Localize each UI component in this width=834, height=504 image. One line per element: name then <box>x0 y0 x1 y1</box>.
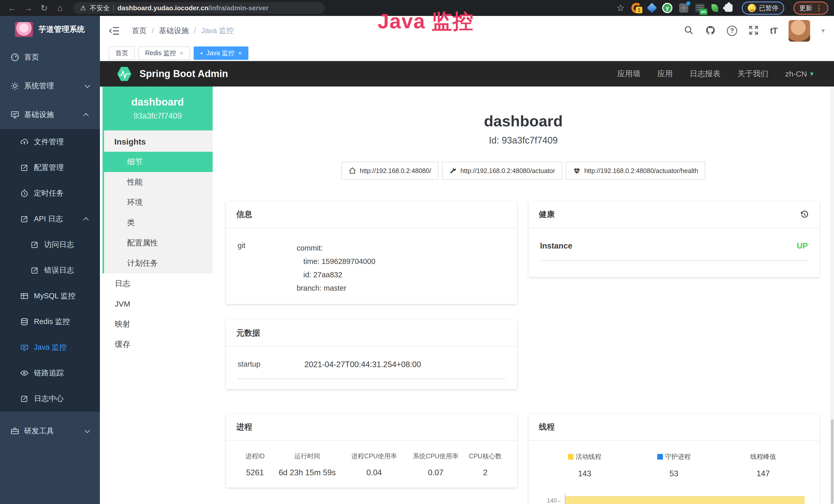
page-title: dashboard <box>213 112 834 130</box>
collapse-sidebar-icon[interactable] <box>109 26 120 36</box>
sba-menu-details[interactable]: 细节 <box>103 152 213 172</box>
help-icon[interactable]: ? <box>727 26 737 36</box>
home-icon <box>349 167 356 175</box>
sidebar-item-mysql[interactable]: MySQL 监控 <box>0 283 100 309</box>
sba-nav-wallboard[interactable]: 应用墙 <box>617 69 640 79</box>
eye-icon <box>20 369 29 377</box>
sidebar-item-home[interactable]: 首页 <box>0 43 100 72</box>
bookmark-star-icon[interactable]: ☆ <box>616 3 625 13</box>
edit-icon <box>20 215 29 223</box>
home-icon[interactable]: ⌂ <box>53 3 67 13</box>
sidebar-item-label: 首页 <box>24 52 39 62</box>
paused-pill[interactable]: 已暂停 <box>742 2 784 15</box>
sba-menu-jvm[interactable]: JVM <box>103 294 213 314</box>
sidebar-item-java-monitor[interactable]: Java 监控 <box>0 335 100 360</box>
process-col-header: 运行时间 <box>272 452 342 460</box>
sidebar-item-api-log[interactable]: API 日志 <box>0 206 100 232</box>
extension-grid-icon[interactable] <box>679 3 688 13</box>
gauge-icon <box>10 53 20 62</box>
tab-bar: 首页 Redis 监控 × ● Java 监控 × <box>100 45 834 61</box>
breadcrumb-infra[interactable]: 基础设施 <box>159 26 189 36</box>
sidebar-item-redis[interactable]: Redis 监控 <box>0 309 100 335</box>
cloud-upload-icon <box>20 138 29 146</box>
github-icon[interactable] <box>705 25 716 37</box>
app-logo <box>15 22 33 37</box>
metadata-card: 元数据 startup 2021-04-27T00:44:31.254+08:0… <box>226 320 517 389</box>
legend-swatch-yellow <box>568 454 574 460</box>
sba-menu-scheduled-tasks[interactable]: 计划任务 <box>103 253 213 273</box>
health-row-instance: Instance UP <box>540 241 808 261</box>
threads-card-title: 线程 <box>529 414 820 441</box>
actuator-url-link[interactable]: http://192.168.0.2:48080/actuator <box>442 162 562 180</box>
sba-menu-environment[interactable]: 环境 <box>103 192 213 212</box>
breadcrumb: 首页 / 基础设施 / Java 监控 <box>132 26 234 36</box>
avatar-caret-icon[interactable]: ▾ <box>821 27 825 35</box>
close-icon[interactable]: × <box>238 49 242 57</box>
legend-live-threads[interactable]: 活动线程 <box>540 452 630 461</box>
process-table: 进程ID5261 运行时间6d 23h 15m 59s 进程CPU使用率0.04… <box>238 452 505 477</box>
sidebar-item-access-log[interactable]: 访问日志 <box>0 232 100 257</box>
sba-menu-metrics[interactable]: 性能 <box>103 172 213 192</box>
scrollbar-thumb[interactable] <box>831 419 833 504</box>
sba-nav-about[interactable]: 关于我们 <box>738 69 768 79</box>
sba-menu-caches[interactable]: 缓存 <box>103 334 213 354</box>
history-icon <box>20 189 29 198</box>
sba-locale-select[interactable]: zh-CN ▾ <box>785 70 813 78</box>
scrollbar[interactable] <box>830 87 834 504</box>
sidebar-item-files[interactable]: 文件管理 <box>0 129 100 155</box>
sba-brand[interactable]: Spring Boot Admin <box>139 68 228 79</box>
sba-nav-applications[interactable]: 应用 <box>657 69 673 79</box>
sidebar-item-config[interactable]: 配置管理 <box>0 155 100 181</box>
briefcase-icon <box>10 427 20 436</box>
legend-daemon-threads[interactable]: 守护进程 <box>629 452 719 461</box>
sba-menu-classes[interactable]: 类 <box>103 212 213 233</box>
address-bar[interactable]: ⚠ 不安全 dashboard.yudao.iocoder.cn/infra/a… <box>73 2 325 14</box>
fullscreen-icon[interactable] <box>748 25 759 37</box>
overflow-menu-icon[interactable]: ⋮ <box>815 4 822 12</box>
instance-header[interactable]: dashboard 93a3fc7f7409 <box>103 87 213 131</box>
font-size-icon[interactable]: tT <box>770 26 777 36</box>
sba-menu-logs[interactable]: 日志 <box>103 273 213 294</box>
threads-values: 143 53 147 <box>540 469 808 478</box>
history-icon[interactable] <box>800 210 809 219</box>
sba-nav-journal[interactable]: 日志报表 <box>690 69 721 79</box>
chevron-down-icon: ▾ <box>810 70 813 78</box>
health-url-link[interactable]: http://192.168.0.2:48080/actuator/health <box>566 162 705 180</box>
breadcrumb-home[interactable]: 首页 <box>132 26 147 36</box>
sba-menu-mappings[interactable]: 映射 <box>103 314 213 334</box>
sidebar-item-log-center[interactable]: 日志中心 <box>0 386 100 412</box>
breadcrumb-current: Java 监控 <box>201 26 234 36</box>
search-icon[interactable] <box>684 25 694 37</box>
sidebar-item-system[interactable]: 系统管理 <box>0 72 100 100</box>
app-sidebar: 芋道管理系统 首页 系统管理 基础设施 文件管理 <box>0 16 100 504</box>
puzzle-extensions-icon[interactable] <box>725 4 732 12</box>
security-label[interactable]: 不安全 <box>90 4 110 13</box>
threads-legend: 活动线程 守护进程 线程峰值 <box>540 452 808 461</box>
reload-icon[interactable]: ↻ <box>38 3 51 13</box>
process-col-header: 进程ID <box>238 452 272 460</box>
extension-list-icon[interactable]: on <box>695 4 705 12</box>
extension-c-icon[interactable]: 1 <box>631 3 642 13</box>
service-url-link[interactable]: http://192.168.0.2:48080/ <box>342 162 438 180</box>
plant-icon[interactable] <box>711 4 718 12</box>
legend-peak-threads: 线程峰值 <box>719 452 808 461</box>
back-icon[interactable]: ← <box>6 3 19 13</box>
sidebar-item-jobs[interactable]: 定时任务 <box>0 181 100 206</box>
sidebar-item-error-log[interactable]: 错误日志 <box>0 257 100 283</box>
extension-gem-icon[interactable] <box>647 3 657 13</box>
extension-y-icon[interactable]: y <box>662 3 673 13</box>
url-text[interactable]: dashboard.yudao.iocoder.cn/infra/admin-s… <box>117 4 268 12</box>
tab-redis-monitor[interactable]: Redis 监控 × <box>138 46 190 60</box>
close-icon[interactable]: × <box>180 49 183 57</box>
sba-menu-config-props[interactable]: 配置属性 <box>103 233 213 253</box>
forward-icon[interactable]: → <box>22 3 35 13</box>
sidebar-item-infra[interactable]: 基础设施 <box>0 100 100 129</box>
update-button[interactable]: 更新 ⋮ <box>793 2 828 15</box>
tab-java-monitor[interactable]: ● Java 监控 × <box>194 46 248 60</box>
tab-home[interactable]: 首页 <box>109 46 135 60</box>
instance-links: http://192.168.0.2:48080/ http://192.168… <box>213 162 834 180</box>
sidebar-item-tracing[interactable]: 链路追踪 <box>0 360 100 386</box>
avatar[interactable] <box>789 20 810 42</box>
sidebar-item-devtools[interactable]: 研发工具 <box>0 417 100 445</box>
app-logo-row[interactable]: 芋道管理系统 <box>0 16 100 43</box>
